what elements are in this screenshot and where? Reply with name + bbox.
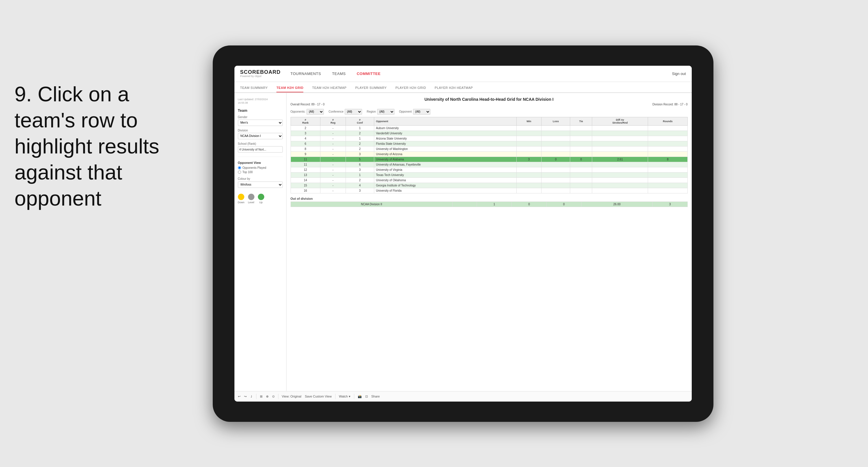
legend-up: Up	[258, 194, 264, 204]
toolbar-grid[interactable]: ⊡	[365, 395, 368, 399]
tablet-device: SCOREBOARD Powered by clippd TOURNAMENTS…	[213, 46, 713, 422]
cell-rank: 6	[290, 141, 320, 146]
table-row[interactable]: 15-4Georgia Institute of Technology	[290, 183, 687, 188]
cell-tie	[570, 188, 592, 193]
cell-reg: -	[320, 177, 346, 183]
division-record: Division Record: 88 - 17 - 0	[652, 103, 687, 106]
cell-opponent: University of Alabama	[374, 157, 516, 162]
cell-opponent: Florida State University	[374, 141, 516, 146]
radio-top100-label: Top 100	[243, 171, 253, 174]
division-select[interactable]: NCAA Division I	[238, 133, 283, 139]
timestamp-time: 16:55:38	[238, 101, 283, 105]
radio-opponents-played[interactable]: Opponents Played	[238, 166, 283, 169]
table-row[interactable]: 11-5University of Alabama3002.618	[290, 157, 687, 162]
table-row[interactable]: 4-1Arizona State University	[290, 136, 687, 141]
region-filter-label: Region	[367, 110, 376, 113]
cell-rounds	[648, 151, 687, 157]
cell-opponent: University of Arkansas, Fayetteville	[374, 162, 516, 167]
cell-rounds: 8	[648, 157, 687, 162]
cell-diff	[592, 177, 648, 183]
tab-team-summary[interactable]: TEAM SUMMARY	[240, 86, 268, 92]
cell-rounds	[648, 172, 687, 177]
conference-filter-select[interactable]: (All)	[345, 109, 362, 115]
table-row[interactable]: 2-1Auburn University	[290, 125, 687, 130]
table-body: 2-1Auburn University3-2Vanderbilt Univer…	[290, 125, 687, 193]
gender-select[interactable]: Men's	[238, 120, 283, 126]
sign-out-link[interactable]: Sign out	[672, 71, 686, 76]
main-content: Last Updated: 27/03/2024 16:55:38 Team G…	[235, 93, 692, 391]
cell-reg: -	[320, 136, 346, 141]
toolbar-refresh[interactable]: ⤸	[250, 395, 253, 399]
table-row[interactable]: 6-2Florida State University	[290, 141, 687, 146]
cell-conf: 3	[346, 167, 374, 172]
table-row[interactable]: 9-3University of Arizona	[290, 151, 687, 157]
table-row[interactable]: 3-2Vanderbilt University	[290, 130, 687, 136]
radio-top100-input[interactable]	[238, 171, 241, 174]
toolbar-save-custom[interactable]: Save Custom View	[305, 395, 332, 398]
table-row[interactable]: 11-6University of Arkansas, Fayetteville	[290, 162, 687, 167]
timestamp-label: Last Updated: 27/03/2024	[238, 97, 283, 101]
opponents-filter-select[interactable]: (All)	[307, 109, 324, 115]
cell-rounds	[648, 183, 687, 188]
cell-diff	[592, 141, 648, 146]
table-row[interactable]: 14-2University of Oklahoma	[290, 177, 687, 183]
school-field-label: School (Rank)	[238, 142, 283, 145]
tab-team-h2h-grid[interactable]: TEAM H2H GRID	[276, 86, 303, 92]
toolbar-grid-minus[interactable]: ⊞	[260, 395, 262, 399]
tab-player-h2h-grid[interactable]: PLAYER H2H GRID	[395, 86, 426, 92]
toolbar-view-original[interactable]: View: Original	[282, 395, 302, 398]
table-row[interactable]: 16-3University of Florida	[290, 188, 687, 193]
nav-tournaments[interactable]: TOURNAMENTS	[289, 71, 322, 76]
toolbar-add[interactable]: ⊕	[266, 395, 269, 399]
toolbar-share[interactable]: Share	[371, 395, 380, 398]
toolbar-camera[interactable]: 📸	[358, 395, 362, 399]
radio-opponents-played-input[interactable]	[238, 166, 241, 169]
opponent-filter-label: Opponent	[399, 110, 412, 113]
tab-player-h2h-heatmap[interactable]: PLAYER H2H HEATMAP	[435, 86, 473, 92]
nav-committee[interactable]: COMMITTEE	[355, 71, 382, 76]
region-filter-select[interactable]: (All)	[377, 109, 395, 115]
toolbar-redo[interactable]: ↪	[244, 395, 247, 399]
tab-team-h2h-heatmap[interactable]: TEAM H2H HEATMAP	[312, 86, 346, 92]
legend-down-dot	[238, 194, 244, 200]
cell-diff	[592, 146, 648, 151]
toolbar-watch[interactable]: Watch ▾	[339, 395, 350, 399]
col-rounds: Rounds	[648, 117, 687, 125]
out-of-division-row[interactable]: NCAA Division II 1 0 0 26.00 3	[290, 202, 687, 207]
ood-opponent	[453, 202, 477, 207]
radio-top100[interactable]: Top 100	[238, 171, 283, 174]
cell-diff	[592, 188, 648, 193]
col-tie: Tie	[570, 117, 592, 125]
toolbar-clock[interactable]: ⊙	[272, 395, 275, 399]
toolbar-undo[interactable]: ↩	[238, 395, 241, 399]
table-row[interactable]: 12-3University of Virginia	[290, 167, 687, 172]
table-row[interactable]: 8-2University of Washington	[290, 146, 687, 151]
cell-rounds	[648, 125, 687, 130]
cell-conf: 5	[346, 157, 374, 162]
sidebar: Last Updated: 27/03/2024 16:55:38 Team G…	[235, 93, 286, 391]
nav-items: TOURNAMENTS TEAMS COMMITTEE	[289, 71, 672, 76]
cell-diff	[592, 162, 648, 167]
legend-level-label: Level	[248, 201, 254, 204]
cell-rounds	[648, 167, 687, 172]
overall-record: Overall Record: 89 - 17 - 0	[290, 103, 325, 106]
cell-rank: 15	[290, 183, 320, 188]
cell-loss	[541, 172, 570, 177]
opponents-filter-label: Opponents:	[290, 110, 306, 113]
cell-diff	[592, 125, 648, 130]
cell-opponent: Texas Tech University	[374, 172, 516, 177]
colour-by-select[interactable]: Win/loss	[238, 181, 283, 188]
cell-conf: 3	[346, 151, 374, 157]
cell-loss	[541, 177, 570, 183]
cell-win	[516, 167, 541, 172]
school-value: 4 University of Nort...	[238, 146, 283, 153]
tab-player-summary[interactable]: PLAYER SUMMARY	[355, 86, 387, 92]
legend-level: Level	[248, 194, 254, 204]
cell-loss	[541, 136, 570, 141]
cell-loss	[541, 130, 570, 136]
table-row[interactable]: 13-1Texas Tech University	[290, 172, 687, 177]
nav-teams[interactable]: TEAMS	[331, 71, 347, 76]
cell-loss	[541, 141, 570, 146]
logo-scoreboard: SCOREBOARD	[240, 69, 281, 75]
opponent-filter-select[interactable]: (All)	[413, 109, 430, 115]
